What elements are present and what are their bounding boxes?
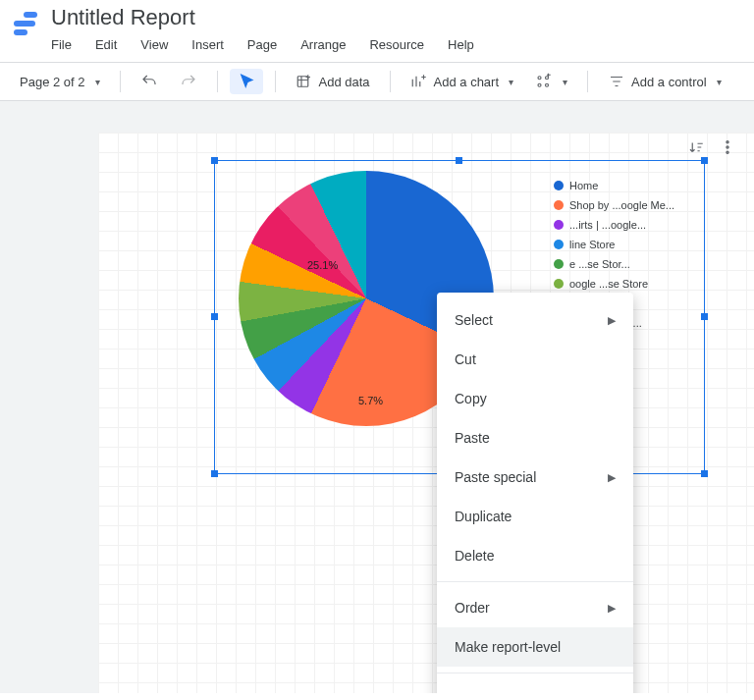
data-source-icon	[296, 73, 313, 90]
submenu-arrow-icon: ▶	[608, 602, 616, 615]
app-header: Untitled Report FileEditViewInsertPageAr…	[0, 0, 754, 56]
slice-label: 5.7%	[358, 395, 383, 406]
toolbar-separator	[217, 71, 218, 92]
toolbar: Page 2 of 2 Add data Add a chart Add a c…	[0, 62, 754, 101]
legend-label: Shop by ...oogle Me...	[569, 198, 701, 212]
ctx-paste[interactable]: Paste	[437, 418, 633, 458]
ctx-copy[interactable]: Copy	[437, 379, 633, 418]
document-title[interactable]: Untitled Report	[51, 6, 486, 29]
undo-button[interactable]	[133, 69, 166, 94]
submenu-arrow-icon: ▶	[608, 471, 616, 484]
app-logo[interactable]	[14, 6, 41, 35]
svg-point-6	[727, 146, 728, 148]
toolbar-separator	[587, 71, 588, 92]
kebab-menu-icon[interactable]	[719, 138, 736, 156]
ctx-item-label: Duplicate	[455, 509, 512, 524]
add-control-button[interactable]: Add a control	[600, 69, 729, 94]
legend-item: Home	[554, 179, 701, 192]
legend-item: oogle ...se Store	[554, 277, 701, 291]
svg-point-3	[538, 83, 541, 86]
redo-icon	[180, 73, 197, 90]
filter-icon	[608, 73, 625, 90]
legend-label: oogle ...se Store	[569, 277, 701, 291]
menu-edit[interactable]: Edit	[83, 33, 129, 56]
legend-swatch	[554, 200, 564, 210]
legend-swatch	[554, 220, 564, 230]
svg-point-1	[538, 77, 541, 80]
ctx-item-label: Order	[455, 600, 490, 616]
chart-icon	[410, 73, 428, 90]
ctx-item-label: Paste special	[455, 469, 536, 485]
legend-label: Home	[569, 179, 701, 192]
legend-item: Shop by ...oogle Me...	[554, 198, 701, 212]
legend-label: e ...se Stor...	[569, 257, 701, 271]
report-page[interactable]: 25.1% 5.7% HomeShop by ...oogle Me......…	[98, 133, 754, 693]
menu-bar: FileEditViewInsertPageArrangeResourceHel…	[51, 33, 486, 56]
page-indicator[interactable]: Page 2 of 2	[12, 71, 108, 93]
menu-page[interactable]: Page	[236, 33, 289, 56]
resize-handle[interactable]	[701, 157, 708, 164]
resize-handle[interactable]	[701, 470, 708, 477]
context-menu: Select▶CutCopyPastePaste special▶Duplica…	[437, 293, 633, 693]
svg-point-5	[727, 141, 728, 143]
legend-label: line Store	[569, 238, 701, 251]
legend-item: ...irts | ...oogle...	[554, 218, 701, 232]
menu-view[interactable]: View	[129, 33, 180, 56]
legend-swatch	[554, 240, 564, 249]
toolbar-separator	[120, 71, 121, 92]
canvas-area[interactable]: 25.1% 5.7% HomeShop by ...oogle Me......…	[0, 101, 754, 693]
legend-swatch	[554, 279, 564, 289]
resize-handle[interactable]	[456, 157, 462, 164]
legend-label: ...irts | ...oogle...	[569, 218, 701, 232]
community-icon	[535, 73, 553, 90]
ctx-blend-data: Blend data	[437, 679, 633, 693]
ctx-order[interactable]: Order▶	[437, 588, 633, 627]
ctx-item-label: Paste	[455, 430, 490, 446]
toolbar-separator	[275, 71, 276, 92]
redo-button[interactable]	[172, 69, 205, 94]
ctx-paste-special[interactable]: Paste special▶	[437, 458, 633, 497]
menu-help[interactable]: Help	[436, 33, 486, 56]
ctx-cut[interactable]: Cut	[437, 340, 633, 379]
ctx-item-label: Make report-level	[455, 639, 561, 655]
legend-swatch	[554, 259, 564, 269]
svg-rect-0	[297, 77, 308, 87]
legend-item: e ...se Stor...	[554, 257, 701, 271]
ctx-item-label: Delete	[455, 548, 494, 564]
menu-file[interactable]: File	[51, 33, 83, 56]
ctx-delete[interactable]: Delete	[437, 536, 633, 575]
toolbar-separator	[390, 71, 391, 92]
legend-item: line Store	[554, 238, 701, 251]
resize-handle[interactable]	[211, 313, 218, 320]
submenu-arrow-icon: ▶	[608, 314, 616, 327]
legend-swatch	[554, 181, 564, 190]
add-data-button[interactable]: Add data	[288, 69, 378, 94]
sort-icon[interactable]	[687, 138, 705, 156]
undo-icon	[140, 73, 158, 90]
ctx-make-report-level[interactable]: Make report-level	[437, 627, 633, 667]
community-viz-button[interactable]	[527, 69, 575, 94]
ctx-item-label: Cut	[455, 351, 476, 367]
cursor-icon	[238, 73, 255, 90]
svg-point-7	[727, 151, 728, 153]
ctx-select[interactable]: Select▶	[437, 300, 633, 340]
resize-handle[interactable]	[211, 157, 218, 164]
resize-handle[interactable]	[701, 313, 708, 320]
menu-resource[interactable]: Resource	[357, 33, 436, 56]
ctx-duplicate[interactable]: Duplicate	[437, 497, 633, 536]
slice-label: 25.1%	[307, 259, 338, 271]
menu-arrange[interactable]: Arrange	[289, 33, 357, 56]
ctx-item-label: Copy	[455, 391, 487, 406]
add-chart-button[interactable]: Add a chart	[403, 69, 522, 94]
select-tool-button[interactable]	[230, 69, 263, 94]
ctx-item-label: Blend data	[455, 691, 520, 693]
menu-insert[interactable]: Insert	[180, 33, 236, 56]
svg-point-4	[546, 83, 549, 86]
ctx-item-label: Select	[455, 312, 493, 328]
resize-handle[interactable]	[211, 470, 218, 477]
